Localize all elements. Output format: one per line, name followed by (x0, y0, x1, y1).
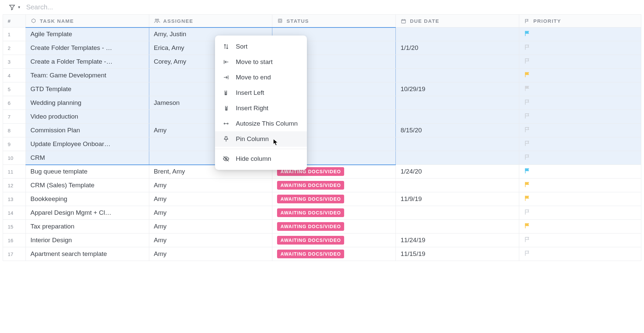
flag-icon[interactable] (524, 71, 531, 78)
status-cell[interactable]: AWAITING DOCS/VIDEO (272, 234, 396, 247)
assignee-cell[interactable]: Amy (149, 247, 272, 261)
priority-cell[interactable] (519, 82, 641, 96)
priority-cell[interactable] (519, 234, 641, 247)
menu-item-pin[interactable]: Pin Column (215, 131, 307, 147)
flag-icon[interactable] (524, 250, 531, 257)
flag-icon[interactable] (524, 30, 531, 37)
status-badge[interactable]: AWAITING DOCS/VIDEO (277, 181, 344, 190)
flag-icon[interactable] (524, 209, 531, 215)
assignee-cell[interactable]: Amy (149, 234, 272, 247)
search-input[interactable] (26, 3, 93, 11)
table-row[interactable]: 5GTD Template10/29/19 (3, 82, 641, 96)
table-row[interactable]: 17Apartment search templateAmyAWAITING D… (3, 247, 641, 261)
task-cell[interactable]: Commission Plan (25, 124, 149, 137)
menu-item-move-start[interactable]: Move to start (215, 54, 307, 70)
due-cell[interactable]: 8/15/20 (396, 124, 519, 137)
status-badge[interactable]: AWAITING DOCS/VIDEO (277, 236, 344, 245)
flag-icon[interactable] (524, 181, 531, 188)
assignee-cell[interactable]: Amy (149, 179, 272, 192)
due-cell[interactable] (396, 69, 519, 82)
table-row[interactable]: 12CRM (Sales) TemplateAmyAWAITING DOCS/V… (3, 179, 641, 192)
due-cell[interactable]: 11/9/19 (396, 192, 519, 206)
task-cell[interactable]: CRM (Sales) Template (25, 179, 149, 192)
menu-item-sort[interactable]: Sort (215, 39, 307, 54)
due-cell[interactable] (396, 206, 519, 220)
flag-icon[interactable] (524, 44, 531, 51)
column-header-due[interactable]: DUE DATE (396, 15, 519, 27)
due-cell[interactable]: 11/24/19 (396, 234, 519, 247)
priority-cell[interactable] (519, 110, 641, 124)
status-badge[interactable]: AWAITING DOCS/VIDEO (277, 208, 344, 217)
task-cell[interactable]: Apparel Design Mgmt + Cl… (25, 206, 149, 220)
menu-item-hide[interactable]: Hide column (215, 151, 307, 166)
table-row[interactable]: 13BookkeepingAmyAWAITING DOCS/VIDEO11/9/… (3, 192, 641, 206)
due-cell[interactable] (396, 137, 519, 151)
table-row[interactable]: 1Agile TemplateAmy, Justin (3, 27, 641, 41)
table-row[interactable]: 16Interior DesignAmyAWAITING DOCS/VIDEO1… (3, 234, 641, 247)
column-header-assignee[interactable]: ASSIGNEE (149, 15, 272, 27)
task-cell[interactable]: Bookkeeping (25, 192, 149, 206)
status-cell[interactable]: AWAITING DOCS/VIDEO (272, 206, 396, 220)
priority-cell[interactable] (519, 220, 641, 234)
status-cell[interactable]: AWAITING DOCS/VIDEO (272, 220, 396, 234)
flag-icon[interactable] (524, 168, 531, 174)
flag-icon[interactable] (524, 126, 531, 133)
due-cell[interactable]: 1/24/20 (396, 165, 519, 179)
flag-icon[interactable] (524, 85, 531, 92)
due-cell[interactable] (396, 96, 519, 110)
due-cell[interactable] (396, 27, 519, 41)
task-cell[interactable]: GTD Template (25, 82, 149, 96)
priority-cell[interactable] (519, 151, 641, 165)
filter-button[interactable]: ▼ (9, 4, 21, 11)
table-row[interactable]: 11Bug queue templateBrent, AmyAWAITING D… (3, 165, 641, 179)
task-cell[interactable]: Create a Folder Template -… (25, 55, 149, 69)
priority-cell[interactable] (519, 179, 641, 192)
status-cell[interactable]: AWAITING DOCS/VIDEO (272, 192, 396, 206)
menu-item-autosize[interactable]: Autosize This Column (215, 116, 307, 131)
priority-cell[interactable] (519, 192, 641, 206)
column-header-task[interactable]: TASK NAME (25, 15, 149, 27)
status-cell[interactable]: AWAITING DOCS/VIDEO (272, 179, 396, 192)
status-cell[interactable]: AWAITING DOCS/VIDEO (272, 247, 396, 261)
table-row[interactable]: 15Tax preparationAmyAWAITING DOCS/VIDEO (3, 220, 641, 234)
task-cell[interactable]: Apartment search template (25, 247, 149, 261)
status-badge[interactable]: AWAITING DOCS/VIDEO (277, 222, 344, 231)
priority-cell[interactable] (519, 124, 641, 137)
status-badge[interactable]: AWAITING DOCS/VIDEO (277, 250, 344, 258)
flag-icon[interactable] (524, 140, 531, 147)
priority-cell[interactable] (519, 41, 641, 55)
assignee-cell[interactable]: Amy (149, 220, 272, 234)
task-cell[interactable]: Update Employee Onboar… (25, 137, 149, 151)
flag-icon[interactable] (524, 222, 531, 229)
column-header-status[interactable]: STATUS (272, 15, 396, 27)
column-header-num[interactable]: # (3, 15, 26, 27)
menu-item-move-end[interactable]: Move to end (215, 70, 307, 85)
due-cell[interactable]: 10/29/19 (396, 82, 519, 96)
priority-cell[interactable] (519, 96, 641, 110)
due-cell[interactable] (396, 220, 519, 234)
table-row[interactable]: 7Video production (3, 110, 641, 124)
menu-item-insert-right[interactable]: Insert Right (215, 101, 307, 116)
assignee-cell[interactable]: Amy (149, 192, 272, 206)
task-cell[interactable]: Video production (25, 110, 149, 124)
due-cell[interactable] (396, 151, 519, 165)
due-cell[interactable] (396, 55, 519, 69)
task-cell[interactable]: Create Folder Templates - … (25, 41, 149, 55)
column-header-priority[interactable]: PRIORITY (519, 15, 641, 27)
due-cell[interactable]: 1/1/20 (396, 41, 519, 55)
flag-icon[interactable] (524, 99, 531, 106)
status-badge[interactable]: AWAITING DOCS/VIDEO (277, 195, 344, 203)
priority-cell[interactable] (519, 137, 641, 151)
task-cell[interactable]: Agile Template (25, 27, 149, 41)
priority-cell[interactable] (519, 55, 641, 69)
flag-icon[interactable] (524, 113, 531, 119)
priority-cell[interactable] (519, 247, 641, 261)
menu-item-insert-left[interactable]: Insert Left (215, 85, 307, 101)
table-row[interactable]: 14Apparel Design Mgmt + Cl…AmyAWAITING D… (3, 206, 641, 220)
flag-icon[interactable] (524, 154, 531, 160)
flag-icon[interactable] (524, 58, 531, 64)
due-cell[interactable] (396, 179, 519, 192)
flag-icon[interactable] (524, 195, 531, 202)
task-cell[interactable]: Interior Design (25, 234, 149, 247)
due-cell[interactable]: 11/15/19 (396, 247, 519, 261)
